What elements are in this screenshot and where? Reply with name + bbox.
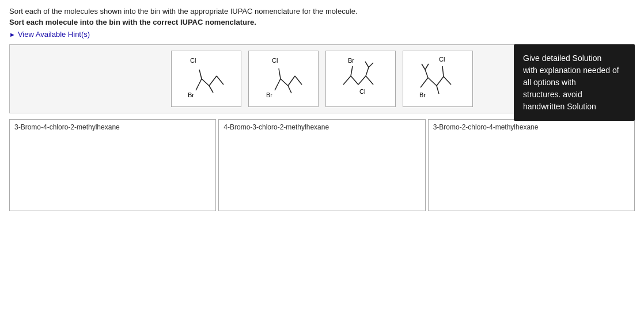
hint-link[interactable]: ► View Available Hint(s): [9, 30, 635, 39]
molecule-svg-1: Cl Br: [177, 56, 235, 102]
svg-line-23: [366, 67, 369, 76]
svg-line-21: [366, 76, 373, 85]
svg-line-32: [442, 66, 444, 77]
svg-line-33: [437, 86, 439, 94]
svg-line-24: [369, 63, 373, 67]
svg-text:Cl: Cl: [272, 57, 278, 64]
svg-line-7: [209, 86, 213, 93]
molecule-card-2[interactable]: Cl Br: [248, 51, 319, 107]
svg-line-2: [196, 79, 202, 90]
tooltip-line1: Give detailed Solution: [523, 52, 626, 64]
bin-1-label: 3-Bromo-4-chloro-2-methylhexane: [14, 123, 211, 131]
molecule-card-1[interactable]: Cl Br: [171, 51, 241, 107]
main-area: Cl Br Cl: [9, 44, 635, 211]
svg-line-11: [281, 79, 288, 86]
bin-2-label: 4-Bromo-3-chloro-2-methylhexane: [223, 123, 420, 131]
tooltip-line3: all options with: [523, 77, 626, 89]
svg-line-10: [275, 79, 281, 90]
svg-line-6: [199, 70, 202, 79]
svg-text:Br: Br: [348, 57, 354, 64]
svg-line-22: [351, 66, 353, 76]
hint-label: View Available Hint(s): [18, 30, 90, 39]
svg-line-35: [422, 64, 425, 70]
svg-line-29: [428, 78, 437, 86]
svg-line-15: [288, 86, 291, 93]
svg-text:Br: Br: [188, 91, 194, 98]
svg-line-19: [351, 76, 358, 85]
tooltip-line4: structures. avoid: [523, 89, 626, 101]
svg-line-34: [425, 70, 428, 78]
instruction-line1: Sort each of the molecules shown into th…: [9, 7, 635, 16]
hint-arrow-icon: ►: [9, 31, 16, 38]
svg-line-28: [421, 78, 428, 87]
molecule-svg-4: Cl Br: [409, 56, 467, 102]
svg-line-14: [279, 68, 281, 79]
molecule-card-4[interactable]: Cl Br: [403, 51, 473, 107]
bin-2[interactable]: 4-Bromo-3-chloro-2-methylhexane: [218, 119, 425, 211]
svg-line-20: [358, 76, 366, 85]
molecule-svg-3: Br Cl: [332, 56, 389, 102]
svg-line-31: [444, 77, 451, 85]
svg-text:Br: Br: [419, 91, 426, 98]
svg-line-30: [437, 77, 444, 86]
svg-line-25: [365, 62, 369, 67]
svg-text:Cl: Cl: [190, 57, 196, 64]
molecule-card-3[interactable]: Br Cl: [325, 51, 396, 107]
svg-line-4: [209, 76, 217, 86]
bin-3[interactable]: 3-Bromo-2-chloro-4-methylhexane: [428, 119, 635, 211]
svg-text:Cl: Cl: [359, 88, 365, 95]
svg-line-18: [343, 76, 351, 85]
svg-line-12: [288, 76, 295, 86]
instruction-line2: Sort each molecule into the bin with the…: [9, 18, 635, 26]
bin-1[interactable]: 3-Bromo-4-chloro-2-methylhexane: [9, 119, 216, 211]
tooltip-line5: handwritten Solution: [523, 101, 626, 113]
molecule-svg-2: Cl Br: [255, 56, 312, 102]
svg-line-36: [425, 64, 429, 70]
tooltip-line2: with explanation needed of: [523, 64, 626, 77]
svg-line-3: [202, 79, 209, 86]
bin-3-label: 3-Bromo-2-chloro-4-methylhexane: [433, 123, 630, 131]
svg-line-13: [295, 76, 302, 85]
svg-line-5: [217, 76, 223, 85]
svg-text:Cl: Cl: [439, 56, 445, 63]
svg-text:Br: Br: [266, 91, 272, 98]
tooltip-box: Give detailed Solution with explanation …: [514, 44, 635, 121]
bins-row: 3-Bromo-4-chloro-2-methylhexane 4-Bromo-…: [9, 119, 635, 211]
